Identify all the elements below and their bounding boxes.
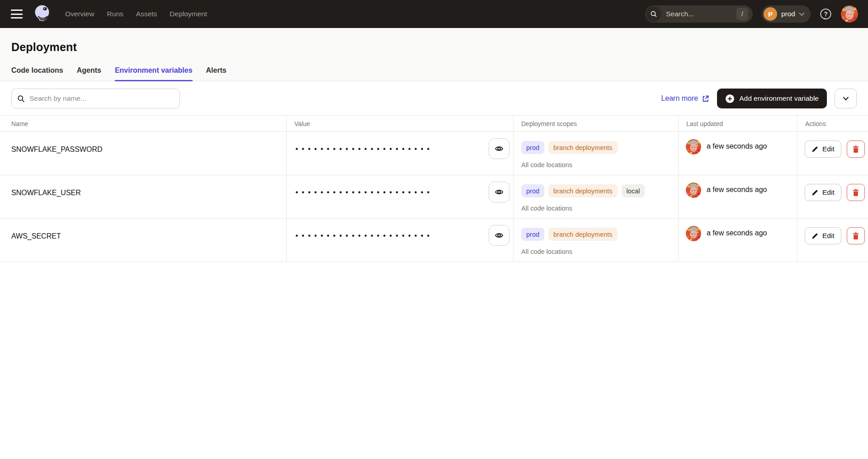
edit-button-label: Edit (822, 145, 835, 153)
delete-button[interactable] (847, 141, 865, 158)
scope-badge-prod: prod (521, 228, 544, 241)
actions-cell: Edit (797, 175, 868, 219)
env-var-value-cell: •••••••••••••••••••••• (286, 132, 513, 175)
editor-avatar (686, 183, 701, 198)
help-icon[interactable]: ? (820, 8, 832, 20)
chevron-down-icon (799, 12, 805, 16)
masked-value: •••••••••••••••••••••• (295, 145, 433, 154)
delete-button[interactable] (847, 184, 865, 201)
env-var-value-cell: •••••••••••••••••••••• (286, 219, 513, 262)
edit-button-label: Edit (822, 232, 835, 240)
global-search[interactable]: / (645, 5, 753, 23)
nav-link-runs[interactable]: Runs (107, 10, 123, 18)
column-header-last-updated: Last updated (678, 116, 797, 132)
code-locations-label: All code locations (521, 161, 678, 169)
page-header: Deployment Code locations Agents Environ… (0, 28, 868, 81)
tab-alerts[interactable]: Alerts (206, 66, 226, 81)
add-button-label: Add environment variable (739, 94, 819, 103)
dagster-logo-icon[interactable] (33, 4, 52, 24)
page-title: Deployment (0, 41, 868, 54)
plus-circle-icon (725, 94, 735, 103)
edit-button-label: Edit (822, 188, 835, 197)
toolbar: Learn more Add environment variable (0, 81, 868, 115)
tab-environment-variables[interactable]: Environment variables (115, 66, 193, 81)
scope-badge-branch-deployments: branch deployments (548, 228, 618, 241)
column-header-actions: Actions (797, 116, 868, 132)
user-avatar[interactable] (841, 5, 858, 23)
trash-icon (852, 232, 859, 240)
deployment-scopes-cell: prod branch deployments local All code l… (513, 175, 678, 219)
deployment-name: prod (781, 10, 795, 18)
scope-badge-prod: prod (521, 141, 544, 154)
delete-button[interactable] (847, 227, 865, 244)
filter-search (11, 89, 180, 108)
external-link-icon (702, 95, 709, 103)
code-locations-label: All code locations (521, 205, 678, 212)
eye-icon (495, 144, 504, 153)
column-header-name: Name (0, 116, 286, 132)
deployment-avatar: P (764, 7, 777, 21)
env-var-name: SNOWFLAKE_USER (0, 175, 286, 219)
pencil-icon (811, 146, 818, 153)
nav-link-overview[interactable]: Overview (65, 10, 94, 18)
code-locations-label: All code locations (521, 248, 678, 255)
last-updated-text: a few seconds ago (707, 229, 767, 237)
scope-badge-branch-deployments: branch deployments (548, 141, 618, 154)
last-updated-text: a few seconds ago (707, 186, 767, 194)
last-updated-text: a few seconds ago (707, 142, 767, 150)
tab-bar: Code locations Agents Environment variab… (0, 66, 868, 81)
nav-link-assets[interactable]: Assets (136, 10, 157, 18)
column-header-value: Value (286, 116, 513, 132)
reveal-value-button[interactable] (489, 225, 509, 246)
edit-button[interactable]: Edit (805, 141, 841, 158)
deployment-scopes-cell: prod branch deployments All code locatio… (513, 219, 678, 262)
trash-icon (852, 145, 859, 153)
tab-code-locations[interactable]: Code locations (11, 66, 63, 81)
primary-nav: Overview Runs Assets Deployment (65, 10, 207, 18)
pencil-icon (811, 233, 818, 239)
menu-icon[interactable] (11, 9, 23, 19)
eye-icon (495, 231, 504, 240)
chevron-down-icon (843, 97, 849, 101)
add-options-dropdown-button[interactable] (835, 89, 857, 108)
trash-icon (852, 189, 859, 197)
scope-badge-prod: prod (521, 184, 544, 197)
search-icon (17, 95, 25, 103)
last-updated-cell: a few seconds ago (678, 219, 797, 262)
learn-more-label: Learn more (661, 94, 698, 103)
deployment-scopes-cell: prod branch deployments All code locatio… (513, 132, 678, 175)
eye-icon (495, 187, 504, 197)
nav-link-deployment[interactable]: Deployment (170, 10, 207, 18)
masked-value: •••••••••••••••••••••• (295, 189, 433, 197)
pencil-icon (811, 189, 818, 196)
env-variables-table: Name Value Deployment scopes Last update… (0, 115, 868, 262)
column-header-scopes: Deployment scopes (513, 116, 678, 132)
env-var-value-cell: •••••••••••••••••••••• (286, 175, 513, 219)
learn-more-link[interactable]: Learn more (661, 94, 709, 103)
scope-badge-local: local (622, 184, 645, 197)
scope-badge-branch-deployments: branch deployments (548, 184, 618, 197)
env-var-name: AWS_SECRET (0, 219, 286, 262)
last-updated-cell: a few seconds ago (678, 175, 797, 219)
last-updated-cell: a few seconds ago (678, 132, 797, 175)
tab-agents[interactable]: Agents (77, 66, 101, 81)
reveal-value-button[interactable] (489, 138, 509, 159)
deployment-switcher[interactable]: P prod (762, 5, 811, 23)
edit-button[interactable]: Edit (805, 227, 841, 244)
reveal-value-button[interactable] (489, 182, 509, 202)
actions-cell: Edit (797, 132, 868, 175)
add-environment-variable-button[interactable]: Add environment variable (717, 89, 827, 108)
search-by-name-input[interactable] (11, 89, 180, 108)
actions-cell: Edit (797, 219, 868, 262)
search-icon (646, 6, 661, 22)
shortcut-key: / (736, 8, 748, 20)
edit-button[interactable]: Edit (805, 184, 841, 201)
svg-text:?: ? (824, 10, 828, 18)
top-nav: Overview Runs Assets Deployment / P prod… (0, 0, 868, 28)
env-var-name: SNOWFLAKE_PASSWORD (0, 132, 286, 175)
masked-value: •••••••••••••••••••••• (295, 232, 433, 240)
editor-avatar (686, 139, 701, 155)
editor-avatar (686, 226, 701, 241)
global-search-input[interactable] (666, 10, 725, 18)
